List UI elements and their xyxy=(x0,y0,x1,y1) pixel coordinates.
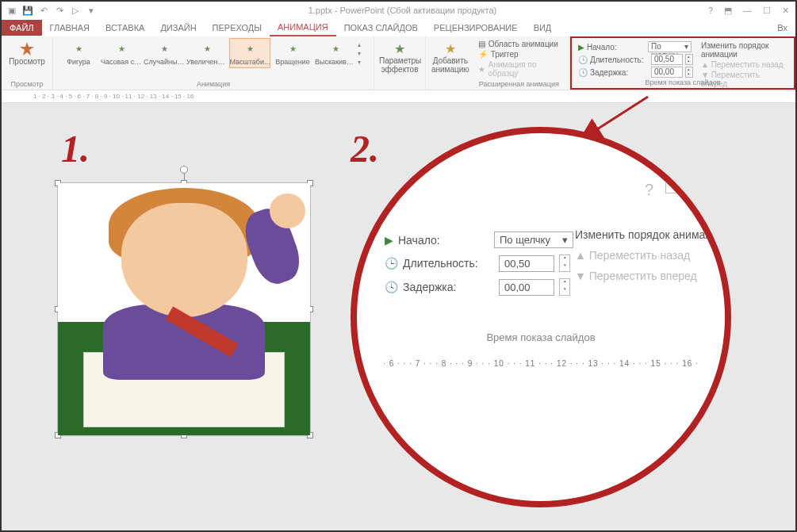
window-title: 1.pptx - PowerPoint (Сбой активации прод… xyxy=(97,6,708,15)
delay-spinner-zoom[interactable]: ▴▾ xyxy=(559,278,570,296)
anim-random[interactable]: ★Случайные... xyxy=(144,38,185,68)
ribbon-options-icon xyxy=(665,182,681,193)
duration-input-zoom[interactable]: 00,50 xyxy=(499,255,554,272)
boy-illustration xyxy=(58,183,310,435)
start-select-zoom[interactable]: По щелчку▾ xyxy=(494,232,573,248)
maximize-icon[interactable]: ☐ xyxy=(763,6,771,16)
anim-clock[interactable]: ★Часовая ст... xyxy=(101,38,142,68)
arrow-up-icon: ▲ xyxy=(701,60,709,69)
animation-painter-button: ★Анимация по образцу xyxy=(478,60,560,78)
anim-shape[interactable]: ★Фигура xyxy=(58,38,99,68)
redo-icon[interactable]: ↷ xyxy=(54,5,65,16)
painter-icon: ★ xyxy=(478,65,485,74)
add-animation-label: Добавить анимацию xyxy=(431,56,470,74)
start-select[interactable]: По щелчку▾ xyxy=(648,41,692,52)
tab-review[interactable]: РЕЦЕНЗИРОВАНИЕ xyxy=(426,20,526,36)
anim-grow[interactable]: ★Увеличени... xyxy=(186,38,228,68)
chevron-down-icon: ▾ xyxy=(562,234,568,246)
reorder-label-zoom: Изменить порядок анимации xyxy=(575,228,724,241)
advanced-group-label: Расширенная анимация xyxy=(478,79,560,88)
delay-input[interactable]: 00,00 xyxy=(651,67,683,78)
trigger-button[interactable]: ⚡Триггер xyxy=(478,50,560,59)
tab-design[interactable]: ДИЗАЙН xyxy=(152,20,204,36)
ribbon-options-icon[interactable]: ⬒ xyxy=(724,6,732,16)
anim-bounce[interactable]: ★Выскакива... xyxy=(315,38,356,68)
title-bar: ▣ 💾 ↶ ↷ ▷ ▾ 1.pptx - PowerPoint (Сбой ак… xyxy=(2,2,795,19)
preview-button[interactable]: Просмотр xyxy=(6,38,48,66)
add-animation-button[interactable]: ★ Добавить анимацию xyxy=(431,38,470,88)
arrow-up-icon: ▲ xyxy=(575,249,586,262)
svg-marker-0 xyxy=(20,42,34,55)
sign-in[interactable]: Вх xyxy=(769,20,795,36)
play-icon: ▶ xyxy=(385,234,393,247)
reorder-label: Изменить порядок анимации xyxy=(701,41,787,59)
tab-transitions[interactable]: ПЕРЕХОДЫ xyxy=(205,20,270,36)
app-icon: ▣ xyxy=(6,5,17,16)
duration-spinner-zoom[interactable]: ▴▾ xyxy=(559,255,570,272)
tab-view[interactable]: ВИД xyxy=(526,20,560,36)
delay-label: Задержка: xyxy=(590,68,649,77)
move-back-button: ▲ Переместить назад xyxy=(701,60,787,69)
ribbon-group-preview: Просмотр Просмотр xyxy=(2,36,53,90)
minimize-icon[interactable]: — xyxy=(743,6,752,16)
ribbon-group-advanced: ★ Добавить анимацию ▤Область анимации ⚡Т… xyxy=(426,36,570,90)
slide-canvas: 1. 2. ? ▶ Начало: По щелчку▾ 🕒 xyxy=(2,103,795,530)
delay-spinner[interactable]: ▴▾ xyxy=(685,67,693,78)
anim-spin[interactable]: ★Вращение xyxy=(272,38,313,68)
duration-label-zoom: Длительность: xyxy=(403,257,494,270)
help-icon[interactable]: ? xyxy=(708,6,713,16)
undo-icon[interactable]: ↶ xyxy=(38,5,49,16)
anim-zoom[interactable]: ★Масштаби... xyxy=(229,38,270,68)
gallery-down-icon[interactable]: ▾ xyxy=(358,50,369,57)
zoom-callout: ? ▶ Начало: По щелчку▾ 🕒 Длительность: 0… xyxy=(351,127,731,507)
clock-icon: 🕒 xyxy=(578,55,588,64)
start-slideshow-icon[interactable]: ▷ xyxy=(70,5,81,16)
effect-options[interactable]: ★ Параметры эффектов xyxy=(374,36,426,90)
rotate-handle[interactable] xyxy=(180,166,188,174)
delay-icon: 🕓 xyxy=(385,281,398,293)
callout-2: 2. xyxy=(351,127,379,170)
callout-1: 1. xyxy=(61,127,90,170)
customize-qat-icon[interactable]: ▾ xyxy=(86,5,97,16)
animation-pane-button[interactable]: ▤Область анимации xyxy=(478,40,560,48)
close-icon[interactable]: ✕ xyxy=(782,6,789,16)
quick-access-toolbar: ▣ 💾 ↶ ↷ ▷ ▾ xyxy=(2,5,97,16)
preview-label: Просмотр xyxy=(9,57,45,66)
timing-group-label: Время показа слайдов xyxy=(572,78,794,86)
arrow-down-icon: ▼ xyxy=(575,270,586,282)
horizontal-ruler: 1 · 2 · 3 · 4 · 5 · 6 · 7 · 8 · 9 · 10 ·… xyxy=(2,90,795,103)
svg-line-1 xyxy=(588,97,648,135)
animation-gallery: ★Фигура ★Часовая ст... ★Случайные... ★Ув… xyxy=(58,38,369,68)
effect-options-label: Параметры эффектов xyxy=(379,56,420,74)
tab-home[interactable]: ГЛАВНАЯ xyxy=(42,20,98,36)
delay-label-zoom: Задержка: xyxy=(403,281,494,293)
delay-icon: 🕓 xyxy=(578,68,588,77)
preview-group-label: Просмотр xyxy=(6,79,48,88)
duration-input[interactable]: 00,50 xyxy=(651,54,683,65)
chevron-down-icon: ▾ xyxy=(684,42,688,52)
delay-input-zoom[interactable]: 00,00 xyxy=(499,279,554,296)
ribbon: Просмотр Просмотр ★Фигура ★Часовая ст...… xyxy=(2,36,795,90)
duration-spinner[interactable]: ▴▾ xyxy=(685,54,693,65)
ribbon-group-animation: ★Фигура ★Часовая ст... ★Случайные... ★Ув… xyxy=(53,36,374,90)
window-controls: ? ⬒ — ☐ ✕ xyxy=(708,6,795,16)
zoom-ruler: · 6 · · · 7 · · · 8 · · · 9 · · · 10 · ·… xyxy=(373,359,709,368)
start-label-zoom: Начало: xyxy=(398,234,489,247)
tab-animation[interactable]: АНИМАЦИЯ xyxy=(270,19,336,36)
gallery-up-icon[interactable]: ▴ xyxy=(358,41,369,48)
trigger-icon: ⚡ xyxy=(478,50,488,59)
move-forward-zoom: ▼ Переместить вперед xyxy=(575,270,724,282)
tab-insert[interactable]: ВСТАВКА xyxy=(98,20,152,36)
clock-icon: 🕒 xyxy=(385,257,398,270)
ribbon-group-timing: ▶ Начало: По щелчку▾ 🕒 Длительность: 00,… xyxy=(570,36,795,90)
animation-group-label: Анимация xyxy=(58,79,369,88)
tab-file[interactable]: ФАЙЛ xyxy=(2,20,42,36)
duration-label: Длительность: xyxy=(590,55,649,64)
selected-image[interactable] xyxy=(57,182,311,436)
save-icon[interactable]: 💾 xyxy=(22,5,33,16)
gallery-more-icon[interactable]: ▾ xyxy=(358,59,369,66)
pane-icon: ▤ xyxy=(478,40,485,48)
help-icon: ? xyxy=(645,181,653,199)
tab-slideshow[interactable]: ПОКАЗ СЛАЙДОВ xyxy=(336,20,426,36)
timing-group-label-zoom: Время показа слайдов xyxy=(357,331,725,343)
